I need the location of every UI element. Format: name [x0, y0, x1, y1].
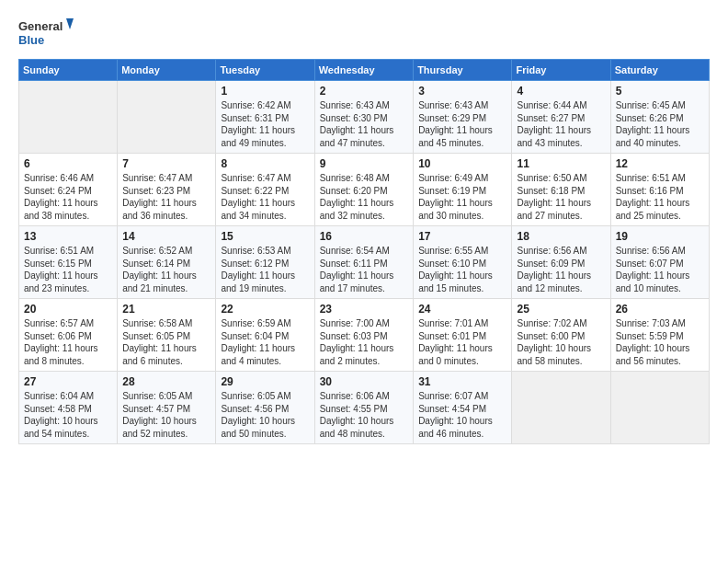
empty-day-cell [610, 372, 709, 444]
day-number: 15 [221, 230, 309, 243]
calendar-day-cell: 18Sunrise: 6:56 AM Sunset: 6:09 PM Dayli… [512, 226, 610, 299]
day-number: 24 [418, 303, 506, 316]
svg-text:General: General [18, 19, 63, 33]
weekday-header: Saturday [610, 60, 709, 81]
weekday-header: Wednesday [314, 60, 413, 81]
day-number: 18 [517, 230, 605, 243]
day-number: 3 [418, 85, 506, 98]
empty-day-cell [512, 372, 610, 444]
day-number: 29 [221, 375, 309, 388]
day-number: 27 [24, 375, 112, 388]
calendar-day-cell: 31Sunrise: 6:07 AM Sunset: 4:54 PM Dayli… [414, 372, 512, 444]
weekday-row: SundayMondayTuesdayWednesdayThursdayFrid… [19, 60, 710, 81]
day-detail: Sunrise: 6:57 AM Sunset: 6:06 PM Dayligh… [24, 317, 112, 367]
empty-day-cell [19, 81, 118, 154]
day-detail: Sunrise: 6:59 AM Sunset: 6:04 PM Dayligh… [221, 317, 309, 367]
day-number: 22 [221, 303, 309, 316]
calendar-day-cell: 5Sunrise: 6:45 AM Sunset: 6:26 PM Daylig… [610, 81, 709, 154]
day-detail: Sunrise: 6:43 AM Sunset: 6:29 PM Dayligh… [418, 99, 506, 149]
day-number: 11 [517, 157, 605, 170]
day-number: 9 [320, 157, 408, 170]
calendar-day-cell: 9Sunrise: 6:48 AM Sunset: 6:20 PM Daylig… [314, 154, 413, 226]
calendar-week-row: 1Sunrise: 6:42 AM Sunset: 6:31 PM Daylig… [19, 81, 710, 154]
day-number: 7 [122, 157, 210, 170]
day-detail: Sunrise: 6:56 AM Sunset: 6:07 PM Dayligh… [616, 245, 704, 294]
day-number: 8 [221, 157, 309, 170]
day-detail: Sunrise: 6:07 AM Sunset: 4:54 PM Dayligh… [418, 390, 506, 440]
day-detail: Sunrise: 6:46 AM Sunset: 6:24 PM Dayligh… [24, 172, 112, 222]
calendar-week-row: 6Sunrise: 6:46 AM Sunset: 6:24 PM Daylig… [19, 154, 710, 226]
weekday-header: Thursday [414, 60, 512, 81]
day-number: 25 [517, 303, 605, 316]
day-detail: Sunrise: 6:05 AM Sunset: 4:56 PM Dayligh… [221, 390, 309, 440]
day-number: 30 [320, 375, 408, 388]
day-detail: Sunrise: 6:45 AM Sunset: 6:26 PM Dayligh… [616, 99, 704, 149]
day-detail: Sunrise: 6:52 AM Sunset: 6:14 PM Dayligh… [122, 245, 210, 294]
empty-day-cell [118, 81, 216, 154]
calendar-day-cell: 21Sunrise: 6:58 AM Sunset: 6:05 PM Dayli… [118, 299, 216, 372]
calendar-day-cell: 13Sunrise: 6:51 AM Sunset: 6:15 PM Dayli… [19, 226, 118, 299]
calendar-day-cell: 22Sunrise: 6:59 AM Sunset: 6:04 PM Dayli… [216, 299, 314, 372]
calendar-day-cell: 27Sunrise: 6:04 AM Sunset: 4:58 PM Dayli… [19, 372, 118, 444]
day-detail: Sunrise: 6:56 AM Sunset: 6:09 PM Dayligh… [517, 245, 605, 294]
calendar-day-cell: 12Sunrise: 6:51 AM Sunset: 6:16 PM Dayli… [610, 154, 709, 226]
calendar-day-cell: 26Sunrise: 7:03 AM Sunset: 5:59 PM Dayli… [610, 299, 709, 372]
calendar-week-row: 20Sunrise: 6:57 AM Sunset: 6:06 PM Dayli… [19, 299, 710, 372]
svg-text:Blue: Blue [18, 33, 44, 47]
svg-marker-2 [66, 18, 74, 29]
day-detail: Sunrise: 6:49 AM Sunset: 6:19 PM Dayligh… [418, 172, 506, 222]
day-number: 28 [122, 375, 210, 388]
day-number: 21 [122, 303, 210, 316]
calendar-day-cell: 20Sunrise: 6:57 AM Sunset: 6:06 PM Dayli… [19, 299, 118, 372]
day-number: 26 [616, 303, 704, 316]
calendar-day-cell: 4Sunrise: 6:44 AM Sunset: 6:27 PM Daylig… [512, 81, 610, 154]
calendar-day-cell: 10Sunrise: 6:49 AM Sunset: 6:19 PM Dayli… [414, 154, 512, 226]
day-number: 6 [24, 157, 112, 170]
day-detail: Sunrise: 6:42 AM Sunset: 6:31 PM Dayligh… [221, 99, 309, 149]
calendar-day-cell: 11Sunrise: 6:50 AM Sunset: 6:18 PM Dayli… [512, 154, 610, 226]
day-detail: Sunrise: 6:47 AM Sunset: 6:23 PM Dayligh… [122, 172, 210, 222]
calendar-day-cell: 7Sunrise: 6:47 AM Sunset: 6:23 PM Daylig… [118, 154, 216, 226]
day-number: 4 [517, 85, 605, 98]
day-number: 13 [24, 230, 112, 243]
day-detail: Sunrise: 6:51 AM Sunset: 6:16 PM Dayligh… [616, 172, 704, 222]
calendar-day-cell: 19Sunrise: 6:56 AM Sunset: 6:07 PM Dayli… [610, 226, 709, 299]
day-detail: Sunrise: 6:47 AM Sunset: 6:22 PM Dayligh… [221, 172, 309, 222]
logo: General Blue [18, 15, 74, 52]
day-number: 17 [418, 230, 506, 243]
day-detail: Sunrise: 6:53 AM Sunset: 6:12 PM Dayligh… [221, 245, 309, 294]
day-detail: Sunrise: 7:03 AM Sunset: 5:59 PM Dayligh… [616, 317, 704, 367]
calendar-day-cell: 24Sunrise: 7:01 AM Sunset: 6:01 PM Dayli… [414, 299, 512, 372]
calendar-day-cell: 1Sunrise: 6:42 AM Sunset: 6:31 PM Daylig… [216, 81, 314, 154]
day-number: 12 [616, 157, 704, 170]
calendar-header: SundayMondayTuesdayWednesdayThursdayFrid… [19, 60, 710, 81]
weekday-header: Friday [512, 60, 610, 81]
day-number: 10 [418, 157, 506, 170]
day-detail: Sunrise: 6:06 AM Sunset: 4:55 PM Dayligh… [320, 390, 408, 440]
day-detail: Sunrise: 7:02 AM Sunset: 6:00 PM Dayligh… [517, 317, 605, 367]
day-detail: Sunrise: 6:05 AM Sunset: 4:57 PM Dayligh… [122, 390, 210, 440]
day-detail: Sunrise: 6:43 AM Sunset: 6:30 PM Dayligh… [320, 99, 408, 149]
day-number: 2 [320, 85, 408, 98]
day-detail: Sunrise: 6:58 AM Sunset: 6:05 PM Dayligh… [122, 317, 210, 367]
day-detail: Sunrise: 6:44 AM Sunset: 6:27 PM Dayligh… [517, 99, 605, 149]
calendar-day-cell: 2Sunrise: 6:43 AM Sunset: 6:30 PM Daylig… [314, 81, 413, 154]
page-header: General Blue [18, 15, 710, 52]
day-number: 5 [616, 85, 704, 98]
calendar-day-cell: 30Sunrise: 6:06 AM Sunset: 4:55 PM Dayli… [314, 372, 413, 444]
logo-icon: General Blue [18, 15, 74, 52]
calendar-week-row: 13Sunrise: 6:51 AM Sunset: 6:15 PM Dayli… [19, 226, 710, 299]
weekday-header: Sunday [19, 60, 118, 81]
weekday-header: Monday [118, 60, 216, 81]
calendar-day-cell: 25Sunrise: 7:02 AM Sunset: 6:00 PM Dayli… [512, 299, 610, 372]
day-detail: Sunrise: 6:48 AM Sunset: 6:20 PM Dayligh… [320, 172, 408, 222]
day-number: 1 [221, 85, 309, 98]
day-number: 31 [418, 375, 506, 388]
day-number: 20 [24, 303, 112, 316]
calendar-body: 1Sunrise: 6:42 AM Sunset: 6:31 PM Daylig… [19, 81, 710, 444]
day-detail: Sunrise: 6:51 AM Sunset: 6:15 PM Dayligh… [24, 245, 112, 294]
day-detail: Sunrise: 7:01 AM Sunset: 6:01 PM Dayligh… [418, 317, 506, 367]
calendar-day-cell: 28Sunrise: 6:05 AM Sunset: 4:57 PM Dayli… [118, 372, 216, 444]
day-number: 16 [320, 230, 408, 243]
calendar-day-cell: 8Sunrise: 6:47 AM Sunset: 6:22 PM Daylig… [216, 154, 314, 226]
